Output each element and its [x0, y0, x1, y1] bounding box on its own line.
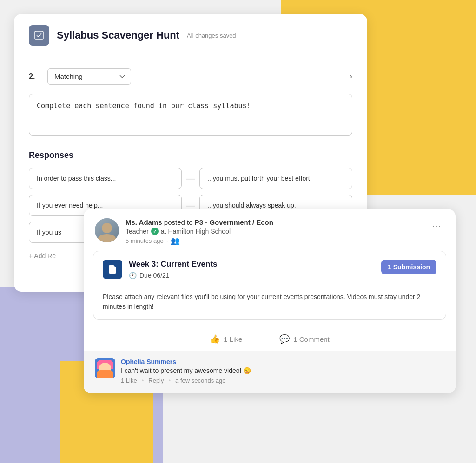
- comment-icon: 💬: [279, 334, 290, 344]
- commenter-avatar: [95, 358, 115, 378]
- saved-status: All changes saved: [187, 32, 236, 39]
- clock-icon: 🕐: [129, 272, 137, 279]
- post-action-text: posted to: [164, 218, 195, 226]
- reply-button[interactable]: Reply: [148, 377, 164, 384]
- likes-count: 1 Like: [224, 335, 242, 343]
- question-row: 2. Matching Multiple Choice True/False S…: [29, 68, 352, 85]
- thumbs-up-icon: 👍: [210, 334, 220, 344]
- dot-separator-1: •: [142, 377, 144, 384]
- comment-actions: 1 Like • Reply • a few seconds ago: [121, 377, 444, 384]
- response-left-1[interactable]: [29, 168, 182, 189]
- prompt-textarea[interactable]: Complete each sentence found in our clas…: [29, 94, 352, 136]
- post-role-line: Teacher at Hamilton High School: [126, 228, 429, 235]
- avatar-head: [102, 223, 112, 233]
- people-icon: 👥: [171, 236, 180, 245]
- quiz-title: Syllabus Scavenger Hunt: [57, 29, 179, 41]
- assignment-inner: Week 3: Current Events 🕐 Due 06/21 1 Sub…: [93, 251, 446, 292]
- due-line: 🕐 Due 06/21: [129, 272, 218, 279]
- quiz-icon: [29, 25, 49, 46]
- response-dash-1: —: [186, 174, 195, 183]
- response-right-1[interactable]: [199, 168, 352, 189]
- post-time: 5 minutes ago: [126, 237, 164, 244]
- quiz-header: Syllabus Scavenger Hunt All changes save…: [14, 14, 367, 55]
- post-time-line: 5 minutes ago · 👥: [126, 236, 429, 245]
- responses-label: Responses: [29, 150, 352, 160]
- question-number: 2.: [29, 72, 40, 81]
- avatar-inner: [95, 358, 115, 378]
- post-meta: Ms. Adams posted to P3 - Government / Ec…: [126, 218, 429, 245]
- assignment-title: Week 3: Current Events: [129, 260, 218, 269]
- assignment-left: Week 3: Current Events 🕐 Due 06/21: [103, 260, 218, 284]
- assignment-description: Please attach any relevant files you'll …: [93, 292, 446, 319]
- add-response-button[interactable]: + Add Re: [29, 252, 56, 260]
- social-card: Ms. Adams posted to P3 - Government / Ec…: [84, 209, 456, 393]
- checklist-icon: [33, 30, 45, 41]
- post-header: Ms. Adams posted to P3 - Government / Ec…: [84, 209, 456, 251]
- assignment-icon: [107, 264, 118, 274]
- dot-separator-2: •: [169, 377, 171, 384]
- response-pair-1: —: [29, 168, 352, 189]
- add-response-label: + Add Re: [29, 252, 56, 260]
- assignment-icon-wrap: [103, 260, 122, 279]
- comment-content: Ophelia Summers I can't wait to present …: [121, 358, 444, 384]
- comment-button[interactable]: 💬 1 Comment: [279, 334, 330, 344]
- comments-count: 1 Comment: [293, 335, 330, 343]
- avatar-body: [98, 234, 116, 242]
- post-role: Teacher: [126, 228, 149, 235]
- comment-section: Ophelia Summers I can't wait to present …: [84, 351, 456, 393]
- post-menu-button[interactable]: ···: [429, 218, 444, 234]
- assignment-block: Week 3: Current Events 🕐 Due 06/21 1 Sub…: [93, 251, 446, 320]
- post-school: at Hamilton High School: [161, 228, 231, 235]
- assignment-details: Week 3: Current Events 🕐 Due 06/21: [129, 260, 218, 284]
- post-class-name: P3 - Government / Econ: [195, 218, 273, 226]
- engagement-bar: 👍 1 Like 💬 1 Comment: [84, 327, 456, 351]
- ophelia-body: [97, 370, 113, 378]
- avatar-person: [95, 218, 119, 242]
- comment-time: a few seconds ago: [175, 377, 225, 384]
- submission-badge[interactable]: 1 Submission: [381, 260, 436, 274]
- comment-likes: 1 Like: [121, 377, 137, 384]
- post-author-line: Ms. Adams posted to P3 - Government / Ec…: [126, 218, 429, 226]
- post-author-name: Ms. Adams: [126, 218, 162, 226]
- like-button[interactable]: 👍 1 Like: [210, 334, 242, 344]
- comment-text: I can't wait to present my awesome video…: [121, 367, 444, 374]
- comment-row: Ophelia Summers I can't wait to present …: [95, 358, 444, 384]
- separator-dot: ·: [166, 237, 168, 244]
- due-date: Due 06/21: [139, 272, 170, 279]
- question-type-select[interactable]: Matching Multiple Choice True/False Shor…: [47, 68, 131, 85]
- comment-author-name[interactable]: Ophelia Summers: [121, 358, 444, 365]
- verified-icon: [151, 228, 159, 235]
- chevron-right-icon: ›: [350, 72, 352, 81]
- author-avatar: [95, 218, 119, 242]
